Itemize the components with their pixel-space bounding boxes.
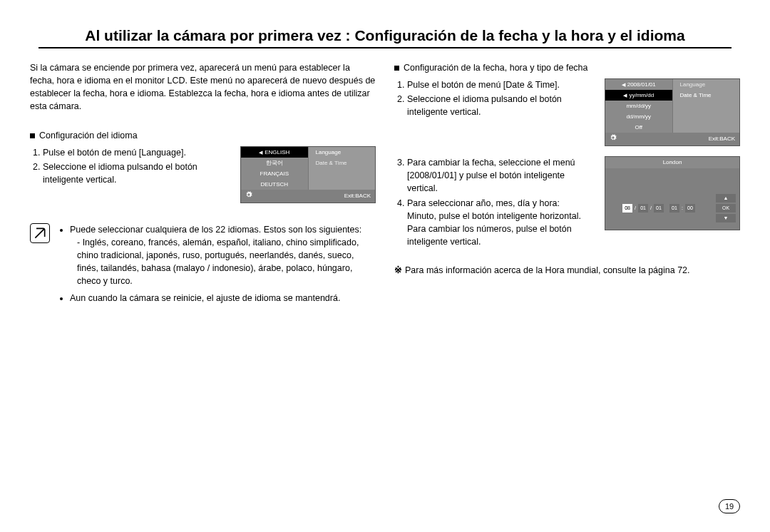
lcd-tab-datetime: Date & Time xyxy=(673,90,740,101)
note-language-list: - Inglés, coreano, francés, alemán, espa… xyxy=(70,236,376,288)
lcd-lang-english: ENGLISH xyxy=(241,147,308,158)
left-column: Si la cámara se enciende por primera vez… xyxy=(30,61,376,309)
section-datetime-config: Configuración de la fecha, hora y tipo d… xyxy=(394,61,740,74)
lcd-lang-french: FRANÇAIS xyxy=(241,168,308,179)
lcd-lang-korean: 한국어 xyxy=(241,158,308,168)
right-column: Configuración de la fecha, hora y tipo d… xyxy=(394,61,740,309)
bullet-square-icon xyxy=(30,133,35,138)
lcd-date-edit: London 08 / 01 / 01 01 : 00 xyxy=(605,156,740,230)
lang-step-2: Seleccione el idioma pulsando el botón i… xyxy=(43,160,230,186)
lcd-tab-language: Language xyxy=(673,79,740,90)
arrow-down-icon: ▼ xyxy=(716,214,736,222)
lcd-min-cell: 00 xyxy=(685,204,695,213)
lcd-fmt-off: Off xyxy=(605,122,672,133)
lcd-city: London xyxy=(605,157,739,168)
lcd-language-menu: ENGLISH 한국어 FRANÇAIS DEUTSCH Language Da… xyxy=(240,146,376,203)
note-persist: Aun cuando la cámara se reinicie, el aju… xyxy=(70,292,376,305)
lcd-lang-german: DEUTSCH xyxy=(241,179,308,190)
page-number: 19 xyxy=(719,499,740,513)
reference-mark-icon: ※ xyxy=(394,265,402,275)
lcd-datetype-menu: 2008/01/01 yy/mm/dd mm/dd/yy dd/mm/yy Of… xyxy=(605,78,740,146)
arrow-up-icon: ▲ xyxy=(716,194,736,203)
lcd-exit-back: Exit:BACK xyxy=(344,192,371,200)
dt-step-2: Seleccione el idioma pulsando el botón i… xyxy=(407,93,595,118)
dt-step-1: Pulse el botón de menú [Date & Time]. xyxy=(407,78,595,91)
lcd-exit-back: Exit:BACK xyxy=(709,135,735,143)
lcd-tab-datetime: Date & Time xyxy=(309,158,376,168)
lcd-tab-language: Language xyxy=(309,147,376,158)
lcd-month-cell: 01 xyxy=(638,204,648,213)
dt-step-3: Para cambiar la fecha, seleccione el men… xyxy=(407,156,595,195)
note-icon xyxy=(30,223,50,243)
bullet-square-icon xyxy=(394,66,399,71)
lcd-dateval: 2008/01/01 xyxy=(605,79,672,90)
lcd-fmt-ddmmyy: dd/mm/yy xyxy=(605,111,672,122)
gear-icon xyxy=(610,134,617,144)
gear-icon xyxy=(245,191,252,201)
intro-paragraph: Si la cámara se enciende por primera vez… xyxy=(30,61,376,113)
lcd-fmt-yymmdd: yy/mm/dd xyxy=(605,90,672,101)
lcd-fmt-mmddyy: mm/dd/yy xyxy=(605,101,672,111)
lcd-ok-button: OK xyxy=(716,204,736,213)
lang-step-1: Pulse el botón de menú [Language]. xyxy=(43,146,230,159)
lcd-year-cell: 08 xyxy=(622,204,632,213)
lcd-day-cell: 01 xyxy=(654,204,664,213)
lcd-hour-cell: 01 xyxy=(669,204,679,213)
dt-step-4: Para seleccionar año, mes, día y hora: M… xyxy=(407,197,595,249)
worldtime-footnote: ※Para más información acerca de la Hora … xyxy=(394,264,740,277)
section-language-config: Configuración del idioma xyxy=(30,129,376,142)
page-title: Al utilizar la cámara por primera vez : … xyxy=(38,27,732,48)
note-languages: Puede seleccionar cualquiera de los 22 i… xyxy=(70,223,376,288)
